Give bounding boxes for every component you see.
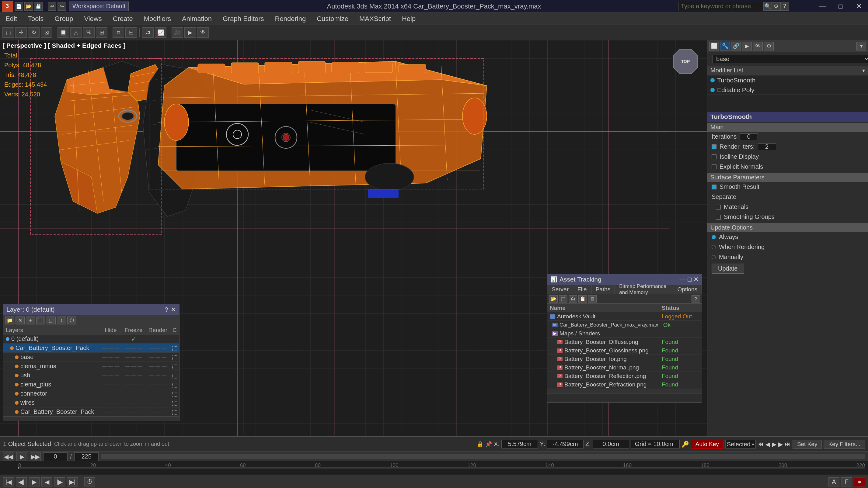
key-prev[interactable]: ◀ bbox=[766, 441, 770, 448]
ap-tab-file[interactable]: File bbox=[573, 285, 591, 294]
selected-dropdown[interactable]: Selected bbox=[725, 440, 756, 449]
redo-btn[interactable]: ↪ bbox=[58, 2, 66, 11]
ap-btn-2[interactable]: ⬚ bbox=[559, 295, 567, 302]
close-button[interactable]: ✕ bbox=[850, 0, 868, 13]
layer-row-base[interactable]: base — — — — — — — — — ⬚ bbox=[3, 353, 179, 362]
tl-goto-end[interactable]: ▶| bbox=[67, 477, 78, 486]
x-coord[interactable]: 5.579cm bbox=[501, 440, 538, 449]
layer-row-usb[interactable]: usb — — — — — — — — — ⬚ bbox=[3, 371, 179, 380]
ts-isoline-checkbox[interactable] bbox=[712, 155, 716, 159]
ap-row-diffuse[interactable]: P Battery_Booster_Diffuse.png Found bbox=[547, 338, 702, 346]
ts-when-rendering-radio[interactable] bbox=[712, 245, 716, 249]
layer-row-cbp[interactable]: Car_Battery_Booster_Pack — — — — — — — —… bbox=[3, 344, 179, 353]
search-option2[interactable]: ? bbox=[780, 2, 789, 11]
align-btn[interactable]: ⊟ bbox=[125, 27, 137, 38]
ap-btn-3[interactable]: 🗂 bbox=[569, 295, 577, 302]
ap-row-ior[interactable]: P Battery_Booster_Ior.png Found bbox=[547, 355, 702, 363]
lp-btn-3[interactable]: + bbox=[26, 317, 35, 324]
menu-graph-editors[interactable]: Graph Editors bbox=[217, 13, 270, 25]
tl-play-reverse[interactable]: ◀ bbox=[41, 477, 52, 486]
rotate-btn[interactable]: ↻ bbox=[28, 27, 39, 38]
layer-row-clema-plus[interactable]: clema_plus — — — — — — — — — ⬚ bbox=[3, 380, 179, 389]
asset-maximize[interactable]: □ bbox=[688, 276, 691, 283]
undo-btn[interactable]: ↩ bbox=[48, 2, 56, 11]
ap-btn-help[interactable]: ? bbox=[691, 295, 700, 302]
lp-btn-5[interactable]: ⬚ bbox=[46, 317, 56, 324]
layer-row-0[interactable]: 0 (default) ✓ bbox=[3, 334, 179, 344]
snap-percent[interactable]: % bbox=[83, 27, 95, 38]
layer-row-wires[interactable]: wires — — — — — — — — — ⬚ bbox=[3, 398, 179, 408]
move-btn[interactable]: ✛ bbox=[15, 27, 27, 38]
ap-btn-5[interactable]: ⊠ bbox=[588, 295, 597, 302]
menu-edit[interactable]: Edit bbox=[0, 13, 23, 25]
ts-manually-radio[interactable] bbox=[712, 255, 716, 259]
new-btn[interactable]: 📄 bbox=[14, 2, 23, 11]
tl-prev-key[interactable]: ◀| bbox=[16, 477, 27, 486]
snap-angle[interactable]: △ bbox=[70, 27, 82, 38]
render-setup-btn[interactable]: 🎥 bbox=[172, 27, 183, 38]
select-btn[interactable]: ⬚ bbox=[2, 27, 14, 38]
key-back[interactable]: ⏮ bbox=[757, 441, 764, 448]
save-btn[interactable]: 💾 bbox=[34, 2, 42, 11]
layer-manager-btn[interactable]: 🗂 bbox=[142, 27, 154, 38]
ap-row-normal[interactable]: P Battery_Booster_Normal.png Found bbox=[547, 363, 702, 372]
layer-row-connector[interactable]: connector — — — — — — — — — ⬚ bbox=[3, 389, 179, 398]
open-btn[interactable]: 📂 bbox=[24, 2, 33, 11]
render-btn[interactable]: ▶ bbox=[184, 27, 196, 38]
ap-tab-bitmap[interactable]: Bitmap Performance and Memory bbox=[615, 285, 673, 294]
auto-key-button[interactable]: Auto Key bbox=[691, 440, 723, 449]
minimize-button[interactable]: — bbox=[813, 0, 832, 13]
tl-filter[interactable]: F bbox=[841, 477, 852, 486]
ts-update-button[interactable]: Update bbox=[712, 264, 744, 274]
tl-total-frames[interactable] bbox=[74, 452, 99, 461]
modifier-list-arrow[interactable]: ▾ bbox=[862, 67, 865, 74]
ap-row-vault[interactable]: Autodesk Vault Logged Out bbox=[547, 312, 702, 321]
ts-explicit-checkbox[interactable] bbox=[712, 164, 716, 169]
snap-toggle[interactable]: 🔲 bbox=[58, 27, 69, 38]
ap-btn-4[interactable]: 📋 bbox=[578, 295, 587, 302]
menu-animation[interactable]: Animation bbox=[177, 13, 217, 25]
ap-btn-1[interactable]: 📂 bbox=[549, 295, 558, 302]
tl-goto-start[interactable]: |◀ bbox=[3, 477, 14, 486]
lp-btn-7[interactable]: ⬡ bbox=[67, 317, 76, 324]
layer-scrollbar-h[interactable] bbox=[3, 417, 179, 421]
mirror-btn[interactable]: ⧈ bbox=[113, 27, 124, 38]
z-coord[interactable]: 0.0cm bbox=[593, 440, 629, 449]
y-coord[interactable]: -4.499cm bbox=[547, 440, 584, 449]
ap-row-glossiness[interactable]: P Battery_Booster_Glossiness.png Found bbox=[547, 346, 702, 355]
ap-tab-paths[interactable]: Paths bbox=[591, 285, 615, 294]
tl-play-btn[interactable]: ▶ bbox=[29, 477, 39, 486]
lp-btn-1[interactable]: 📁 bbox=[5, 317, 14, 324]
asset-scrollbar-h[interactable] bbox=[547, 389, 702, 393]
search-input[interactable] bbox=[678, 2, 763, 11]
menu-tools[interactable]: Tools bbox=[23, 13, 49, 25]
snap-spinner[interactable]: ⊞ bbox=[96, 27, 107, 38]
menu-modifiers[interactable]: Modifiers bbox=[138, 13, 177, 25]
menu-rendering[interactable]: Rendering bbox=[270, 13, 312, 25]
layer-row-cbp2[interactable]: Car_Battery_Booster_Pack — — — — — — — —… bbox=[3, 408, 179, 417]
ts-always-radio[interactable] bbox=[712, 235, 716, 239]
search-option1[interactable]: ⚙ bbox=[772, 2, 780, 11]
rp-hierarchy-icon[interactable]: 🔗 bbox=[731, 42, 741, 51]
rp-motion-icon[interactable]: ▶ bbox=[742, 42, 752, 51]
layer-panel-close[interactable]: ✕ bbox=[171, 306, 176, 313]
lp-btn-6[interactable]: ↕ bbox=[57, 317, 66, 324]
tl-record[interactable]: ● bbox=[854, 477, 865, 486]
layer-panel-help[interactable]: ? bbox=[164, 306, 168, 313]
tl-prev-frame[interactable]: ◀◀ bbox=[3, 452, 14, 461]
menu-help[interactable]: Help bbox=[396, 13, 421, 25]
layer-row-clema-minus[interactable]: clema_minus — — — — — — — — — ⬚ bbox=[3, 362, 179, 371]
ts-smoothing-groups-checkbox[interactable] bbox=[716, 215, 721, 220]
search-btn[interactable]: 🔍 bbox=[763, 2, 772, 11]
key-next[interactable]: ▶ bbox=[778, 441, 783, 448]
tl-next-key[interactable]: |▶ bbox=[54, 477, 65, 486]
ts-render-iters-input[interactable] bbox=[758, 143, 776, 150]
timeline-track[interactable]: 020406080100120140160180200220 bbox=[0, 461, 868, 475]
tl-anim-mode[interactable]: A bbox=[829, 477, 839, 486]
menu-group[interactable]: Group bbox=[49, 13, 79, 25]
tl-next-frame[interactable]: ▶▶ bbox=[30, 452, 41, 461]
menu-maxscript[interactable]: MAXScript bbox=[354, 13, 396, 25]
tl-scrub-bar[interactable] bbox=[101, 454, 865, 459]
lp-btn-4[interactable]: ⬛ bbox=[36, 317, 45, 324]
tl-play[interactable]: ▶ bbox=[17, 452, 27, 461]
